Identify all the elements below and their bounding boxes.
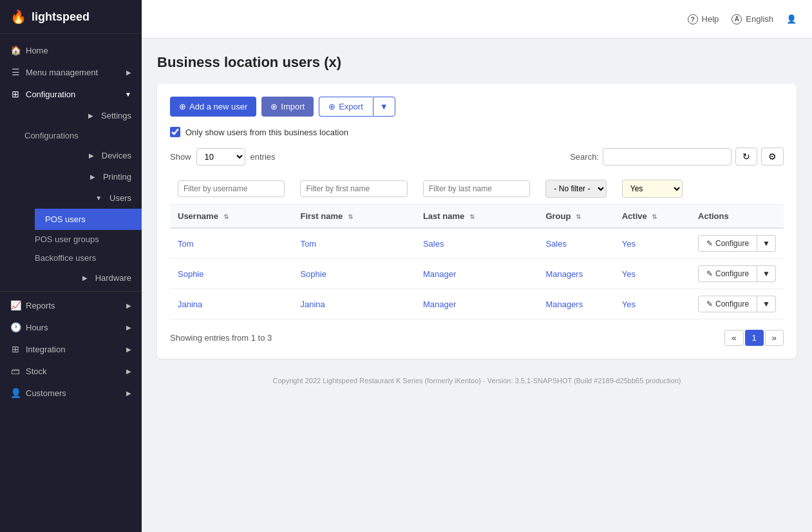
cell-firstname-0: Tom: [292, 228, 415, 259]
sidebar-item-devices[interactable]: ▶ Devices: [24, 145, 142, 166]
logo[interactable]: 🔥 lightspeed: [0, 0, 142, 34]
toolbar: ⊕ Add a new user ⊕ Import ⊕ Export ▼: [170, 97, 784, 117]
export-dropdown-button[interactable]: ▼: [373, 97, 395, 117]
active-link-1[interactable]: Yes: [622, 269, 636, 279]
active-filter-cell: - No filter - Yes No: [614, 173, 690, 205]
sidebar-item-settings[interactable]: ▶ Settings: [24, 105, 142, 126]
cell-active-0: Yes: [614, 228, 690, 259]
sidebar-hardware-label: Hardware: [95, 273, 131, 283]
add-user-button[interactable]: ⊕ Add a new user: [170, 97, 256, 117]
sidebar-item-printing[interactable]: ▶ Printing: [24, 166, 142, 187]
cell-firstname-1: Sophie: [292, 259, 415, 289]
integration-icon: ⊞: [10, 344, 21, 354]
lastname-filter-input[interactable]: [423, 180, 530, 197]
th-active[interactable]: Active ⇅: [614, 205, 690, 229]
table-header-row: Username ⇅ First name ⇅ Last name ⇅ Gr: [170, 205, 784, 229]
configure-button-0[interactable]: ✎ Configure: [698, 235, 757, 252]
firstname-filter-input[interactable]: [300, 180, 407, 197]
chevron-right-icon: ▶: [90, 173, 95, 180]
active-link-0[interactable]: Yes: [622, 239, 636, 249]
configure-dropdown-1[interactable]: ▼: [757, 265, 776, 282]
lastname-link-0[interactable]: Sales: [423, 239, 444, 249]
page-title: Business location users (x): [157, 54, 797, 71]
sidebar-item-home[interactable]: 🏠 Home: [0, 39, 142, 61]
sidebar-item-configuration[interactable]: ⊞ Configuration ▼: [0, 83, 142, 105]
firstname-link-1[interactable]: Sophie: [300, 269, 326, 279]
sidebar-item-customers[interactable]: 👤 Customers ▶: [0, 382, 142, 404]
sidebar-item-stock[interactable]: 🗃 Stock ▶: [0, 360, 142, 382]
th-username[interactable]: Username ⇅: [170, 205, 292, 229]
language-label: English: [746, 14, 773, 24]
cell-group-0: Sales: [538, 228, 614, 259]
active-link-2[interactable]: Yes: [622, 299, 636, 309]
group-filter-select[interactable]: - No filter - Sales Managers: [545, 180, 606, 198]
lastname-link-2[interactable]: Manager: [423, 299, 456, 309]
user-profile-button[interactable]: 👤: [786, 14, 797, 24]
entries-per-page-select[interactable]: 10 25 50 100: [196, 148, 245, 166]
sidebar-item-pos-user-groups[interactable]: POS user groups: [35, 230, 142, 249]
add-user-label: Add a new user: [189, 102, 247, 111]
sidebar-hours-label: Hours: [26, 323, 48, 332]
sidebar-reports-label: Reports: [26, 301, 55, 310]
username-filter-input[interactable]: [178, 180, 285, 197]
chevron-right-icon: ▶: [82, 274, 88, 281]
import-button[interactable]: ⊕ Import: [261, 97, 314, 117]
sidebar-item-home-label: Home: [26, 46, 48, 55]
sidebar-item-config-label: Configuration: [26, 90, 75, 99]
firstname-link-0[interactable]: Tom: [300, 239, 316, 249]
import-label: Import: [281, 102, 305, 111]
username-link-2[interactable]: Janina: [178, 299, 202, 309]
sidebar-item-menu-management[interactable]: ☰ Menu management ▶: [0, 61, 142, 83]
sidebar-item-integration[interactable]: ⊞ Integration ▶: [0, 338, 142, 360]
show-entries-control: Show 10 25 50 100 entries: [170, 148, 276, 166]
configure-button-2[interactable]: ✎ Configure: [698, 296, 757, 312]
only-show-checkbox[interactable]: [170, 127, 180, 137]
cell-actions-2: ✎ Configure ▼: [690, 289, 784, 319]
sort-icon: ⇅: [652, 213, 657, 220]
next-page-button[interactable]: »: [765, 330, 784, 346]
content-area: Business location users (x) ⊕ Add a new …: [142, 39, 812, 532]
th-firstname[interactable]: First name ⇅: [292, 205, 415, 229]
only-show-label[interactable]: Only show users from this business locat…: [185, 128, 348, 137]
group-link-2[interactable]: Managers: [545, 299, 583, 309]
sidebar-item-pos-users[interactable]: POS users: [35, 209, 142, 230]
configure-dropdown-0[interactable]: ▼: [757, 235, 776, 252]
group-filter-cell: - No filter - Sales Managers: [538, 173, 614, 205]
table-controls: Show 10 25 50 100 entries Search: ↻ ⚙: [170, 147, 784, 166]
sidebar-item-backoffice-users[interactable]: Backoffice users: [35, 249, 142, 267]
username-link-1[interactable]: Sophie: [178, 269, 203, 279]
sidebar-item-hours[interactable]: 🕐 Hours ▶: [0, 316, 142, 338]
sidebar-users-label: Users: [109, 193, 131, 203]
group-link-0[interactable]: Sales: [545, 239, 567, 249]
sidebar-item-reports[interactable]: 📈 Reports ▶: [0, 294, 142, 316]
search-input[interactable]: [603, 148, 732, 166]
configure-button-1[interactable]: ✎ Configure: [698, 265, 757, 282]
sidebar-printing-label: Printing: [103, 172, 131, 182]
prev-page-button[interactable]: «: [724, 330, 743, 346]
page-1-button[interactable]: 1: [745, 330, 764, 346]
logo-flame-icon: 🔥: [10, 9, 26, 24]
username-link-0[interactable]: Tom: [178, 239, 194, 249]
settings-button[interactable]: ⚙: [761, 147, 784, 166]
sidebar-item-users[interactable]: ▼ Users: [24, 187, 142, 209]
firstname-link-2[interactable]: Janina: [300, 299, 325, 309]
configure-dropdown-2[interactable]: ▼: [757, 296, 776, 312]
cell-active-2: Yes: [614, 289, 690, 319]
plus-icon: ⊕: [179, 102, 186, 111]
sidebar-item-configurations[interactable]: Configurations: [24, 126, 142, 145]
language-selector[interactable]: A English: [732, 14, 773, 24]
refresh-button[interactable]: ↻: [735, 147, 757, 166]
table-row: Janina Janina Manager Managers Yes ✎ Con…: [170, 289, 784, 319]
sidebar-stock-label: Stock: [26, 366, 47, 376]
sidebar-item-hardware[interactable]: ▶ Hardware: [24, 267, 142, 289]
lastname-filter-cell: [415, 173, 538, 205]
sidebar-customers-label: Customers: [26, 388, 66, 398]
lastname-link-1[interactable]: Manager: [423, 269, 456, 279]
th-group[interactable]: Group ⇅: [538, 205, 614, 229]
active-filter-select[interactable]: - No filter - Yes No: [622, 180, 683, 198]
export-button[interactable]: ⊕ Export: [319, 97, 373, 117]
sidebar-integration-label: Integration: [26, 345, 65, 354]
group-link-1[interactable]: Managers: [545, 269, 583, 279]
help-button[interactable]: ? Help: [688, 14, 719, 24]
th-lastname[interactable]: Last name ⇅: [415, 205, 538, 229]
